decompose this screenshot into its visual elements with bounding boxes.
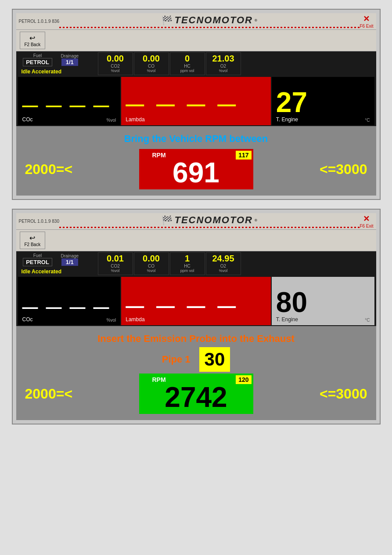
reading-box-1-3: 21.03 O2 %vol <box>206 52 241 75</box>
brand-name-2: TECNOMOTOR <box>174 214 252 226</box>
drainage-value-1: 1/1 <box>61 58 78 66</box>
reading-unit-1-0: %vol <box>111 69 120 73</box>
lambda-label-2: Lambda <box>126 316 144 323</box>
gauge-left-1: Fuel PETROL Drainage 1/1 Idle Accelerate… <box>18 52 97 75</box>
rpm-value-2: 2742 <box>165 383 227 411</box>
brand-area-1: 🏁 TECNOMOTOR ® <box>59 15 360 28</box>
fuel-info-1: Fuel PETROL <box>18 52 58 67</box>
screen1: PETROL 1.0.1.9 836 🏁 TECNOMOTOR ® ✕ F6 E… <box>12 9 381 200</box>
reading-unit-2-3: %vol <box>219 268 228 273</box>
lambda-footer-2: Lambda <box>126 316 266 323</box>
reading-unit-2-2: ppm vol <box>180 268 194 273</box>
reading-unit-1-3: %vol <box>219 69 228 73</box>
checkered-icon-2: 🏁 <box>162 215 173 225</box>
reading-box-2-3: 24.95 O2 %vol <box>206 252 241 275</box>
fuel-label-1: Fuel <box>33 53 42 58</box>
gauge-bar-1: Fuel PETROL Drainage 1/1 Idle Accelerate… <box>16 51 376 76</box>
reading-box-2-1: 0.00 CO %vol <box>134 252 169 275</box>
rpm-right-1: <=3000 <box>320 161 367 178</box>
gauge-left-2: Fuel PETROL Drainage 1/1 Idle Accelerate… <box>18 252 97 275</box>
reading-value-2-2: 1 <box>185 254 190 264</box>
coc-unit-2: %vol <box>107 318 116 323</box>
reading-name-2-1: CO <box>148 264 155 268</box>
reading-unit-1-1: %vol <box>147 69 156 73</box>
drainage-info-2: Drainage 1/1 <box>58 253 83 267</box>
reading-name-1-1: CO <box>148 64 155 69</box>
reading-box-1-0: 0.00 CO2 %vol <box>98 52 133 75</box>
reg-mark-1: ® <box>255 18 257 22</box>
lambda-dashes-1: — — — — <box>126 94 266 116</box>
instruction-text-1: Bring the Vehicle RPM between <box>25 131 367 147</box>
rpm-right-2: <=3000 <box>320 386 367 402</box>
lambda-dashes-2: — — — — <box>126 295 266 316</box>
reading-name-1-0: CO2 <box>111 64 120 69</box>
engine-footer-1: T. Engine °C <box>276 116 370 123</box>
coc-panel-2: — — — — COc %vol <box>18 277 121 325</box>
rpm-badge-1: 117 <box>236 151 251 160</box>
reg-mark-2: ® <box>255 218 257 222</box>
brand-logo-area-1: 🏁 TECNOMOTOR ® <box>162 15 257 26</box>
reading-value-1-3: 21.03 <box>212 54 234 64</box>
reading-value-2-0: 0.01 <box>107 254 124 264</box>
instruction-area-1: Bring the Vehicle RPM between 2000=< RPM… <box>16 126 376 196</box>
exit-button-2[interactable]: ✕ F6 Exit <box>360 214 373 229</box>
drainage-label-1: Drainage <box>61 54 79 58</box>
rpm-row-1: 2000=< RPM 691 117 <=3000 <box>25 147 367 191</box>
engine-panel-1: 27 T. Engine °C <box>272 77 374 125</box>
back-label-2: F2 Back <box>25 242 41 247</box>
rpm-left-2: 2000=< <box>25 386 73 402</box>
mode-label-1: Idle Accelerated <box>22 68 62 76</box>
engine-footer-2: T. Engine °C <box>276 316 370 323</box>
engine-label-2: T. Engine <box>276 316 298 323</box>
reading-value-2-3: 24.95 <box>212 254 234 264</box>
back-icon-1: ↩ <box>29 34 35 42</box>
coc-dashes-1: — — — — <box>22 96 116 116</box>
fuel-label-2: Fuel <box>33 253 42 258</box>
exit-x-icon-2: ✕ <box>363 214 370 224</box>
instruction-text-2a: Insert the Emission Probe into the Exhau… <box>25 330 367 347</box>
lambda-panel-1: — — — — Lambda <box>121 77 271 125</box>
lambda-label-1: Lambda <box>126 116 144 123</box>
engine-temp-2: 80 <box>276 288 370 316</box>
coc-footer-1: COc %vol <box>22 116 116 123</box>
back-button-1[interactable]: ↩ F2 Back <box>20 32 46 49</box>
rpm-row-2: 2000=< RPM 2742 120 <=3000 <box>25 372 367 416</box>
engine-label-1: T. Engine <box>276 116 298 123</box>
fuel-info-2: Fuel PETROL <box>18 252 58 267</box>
engine-unit-1: °C <box>365 118 370 123</box>
brand-underline-2 <box>59 227 360 228</box>
reading-value-1-0: 0.00 <box>107 54 124 64</box>
fuel-drainage-1: Fuel PETROL Drainage 1/1 <box>18 52 83 67</box>
coc-panel-1: — — — — COc %vol <box>18 77 121 125</box>
reading-box-1-2: 0 HC ppm vol <box>170 52 205 75</box>
coc-label-1: COc <box>22 116 33 123</box>
reading-name-2-3: O2 <box>220 264 226 268</box>
rpm-label-1: RPM <box>152 152 166 159</box>
measure-row-1: — — — — COc %vol — — — — Lambda 27 T. En… <box>16 76 376 126</box>
back-button-2[interactable]: ↩ F2 Back <box>20 232 46 249</box>
brand-area-2: 🏁 TECNOMOTOR ® <box>59 214 360 228</box>
fuel-value-2: PETROL <box>23 258 52 266</box>
back-label-1: F2 Back <box>25 42 41 47</box>
reading-group-1: 0.00 CO2 %vol 0.00 CO %vol 0 HC ppm vol … <box>98 52 374 75</box>
exit-button-1[interactable]: ✕ F6 Exit <box>360 14 373 29</box>
version-label-2: PETROL 1.0.1.9 830 <box>19 219 59 224</box>
extra-number-badge: 30 <box>199 347 230 372</box>
nav-bar-2: ↩ F2 Back <box>16 230 376 251</box>
reading-box-2-0: 0.01 CO2 %vol <box>98 252 133 275</box>
title-bar-2: PETROL 1.0.1.9 830 🏁 TECNOMOTOR ® ✕ F6 E… <box>16 213 376 230</box>
coc-unit-1: %vol <box>107 118 116 123</box>
reading-name-2-2: HC <box>184 264 190 268</box>
coc-dashes-2: — — — — <box>22 298 116 316</box>
fuel-value-1: PETROL <box>23 58 52 66</box>
exit-label-1: F6 Exit <box>360 24 373 29</box>
gauge-bar-2: Fuel PETROL Drainage 1/1 Idle Accelerate… <box>16 251 376 276</box>
back-icon-2: ↩ <box>29 234 35 242</box>
lambda-footer-1: Lambda <box>126 116 266 123</box>
fuel-drainage-2: Fuel PETROL Drainage 1/1 <box>18 252 83 267</box>
brand-underline-1 <box>59 27 360 28</box>
lambda-panel-2: — — — — Lambda <box>121 277 271 325</box>
rpm-badge-2: 120 <box>236 375 251 384</box>
reading-name-2-0: CO2 <box>111 264 120 268</box>
drainage-label-2: Drainage <box>61 254 79 258</box>
